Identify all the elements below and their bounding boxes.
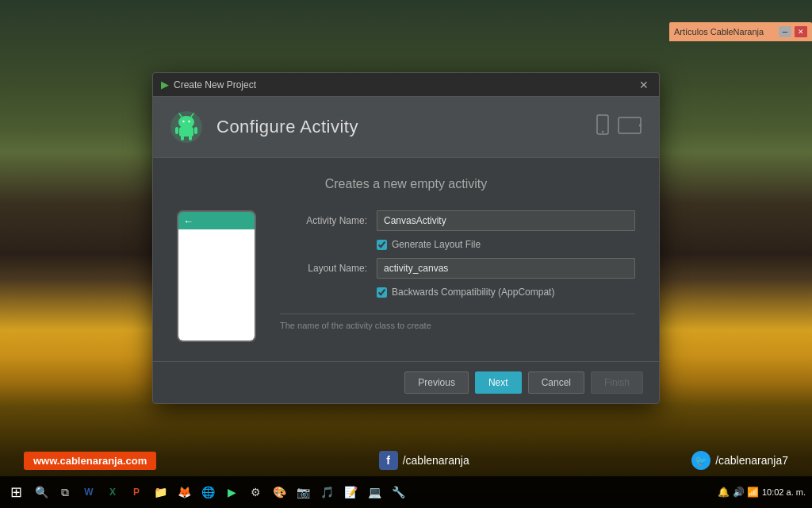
phone-frame: ← — [177, 210, 256, 342]
svg-rect-8 — [194, 127, 197, 134]
svg-point-4 — [182, 121, 184, 122]
android-logo — [169, 110, 204, 144]
phone-mockup: ← — [177, 210, 256, 342]
phone-header-bar: ← — [178, 212, 255, 229]
dialog-footer: Previous Next Cancel Finish — [153, 361, 659, 403]
dialog-header: Configure Activity — [153, 97, 659, 158]
content-area: ← Activity Name: Generate La — [177, 210, 635, 342]
layout-name-row: Layout Name: — [280, 258, 635, 279]
svg-rect-10 — [189, 136, 192, 140]
svg-rect-9 — [181, 136, 184, 140]
generate-layout-checkbox[interactable] — [377, 240, 387, 250]
dialog-subtitle: Creates a new empty activity — [177, 177, 635, 191]
hint-text: The name of the activity class to create — [280, 314, 635, 330]
next-button[interactable]: Next — [475, 371, 522, 394]
svg-rect-6 — [179, 127, 193, 137]
svg-rect-7 — [175, 127, 178, 134]
cancel-button[interactable]: Cancel — [528, 371, 584, 394]
secondary-window-controls: ─ ✕ — [779, 26, 807, 37]
activity-name-label: Activity Name: — [280, 215, 367, 226]
svg-point-12 — [602, 131, 603, 133]
dialog-close-button[interactable]: ✕ — [637, 78, 651, 92]
form-area: Activity Name: Generate Layout File Layo… — [280, 210, 635, 330]
svg-rect-13 — [619, 117, 641, 133]
dialog-header-title: Configure Activity — [216, 117, 358, 137]
phone-back-arrow: ← — [183, 215, 193, 227]
android-studio-icon: ▶ — [161, 79, 169, 90]
secondary-window-title: Artículos CableNaranja — [674, 27, 779, 37]
layout-name-label: Layout Name: — [280, 263, 367, 274]
backwards-compat-checkbox[interactable] — [377, 287, 387, 298]
secondary-minimize-button[interactable]: ─ — [779, 26, 791, 37]
secondary-window: Artículos CableNaranja ─ ✕ — [669, 22, 812, 41]
device-icons — [596, 114, 643, 140]
svg-point-5 — [188, 121, 190, 122]
create-new-project-dialog: ▶ Create New Project ✕ — [152, 72, 660, 404]
dialog-titlebar: ▶ Create New Project ✕ — [153, 73, 659, 97]
svg-point-1 — [178, 116, 194, 129]
backwards-compat-row: Backwards Compatibility (AppCompat) — [377, 287, 635, 298]
generate-layout-row: Generate Layout File — [377, 239, 635, 250]
activity-name-row: Activity Name: — [280, 210, 635, 231]
dialog-title-area: ▶ Create New Project — [161, 79, 256, 90]
backwards-compat-label: Backwards Compatibility (AppCompat) — [392, 287, 554, 298]
finish-button: Finish — [591, 371, 643, 394]
dialog-overlay: ▶ Create New Project ✕ — [0, 0, 812, 508]
activity-name-input[interactable] — [377, 210, 635, 231]
layout-name-input[interactable] — [377, 258, 635, 279]
phone-screen-content — [178, 229, 255, 341]
dialog-title: Create New Project — [174, 79, 256, 90]
generate-layout-label: Generate Layout File — [392, 239, 481, 250]
secondary-close-button[interactable]: ✕ — [795, 26, 807, 37]
svg-point-14 — [639, 125, 641, 126]
previous-button[interactable]: Previous — [404, 371, 469, 394]
dialog-body: Creates a new empty activity ← Acti — [153, 158, 659, 361]
